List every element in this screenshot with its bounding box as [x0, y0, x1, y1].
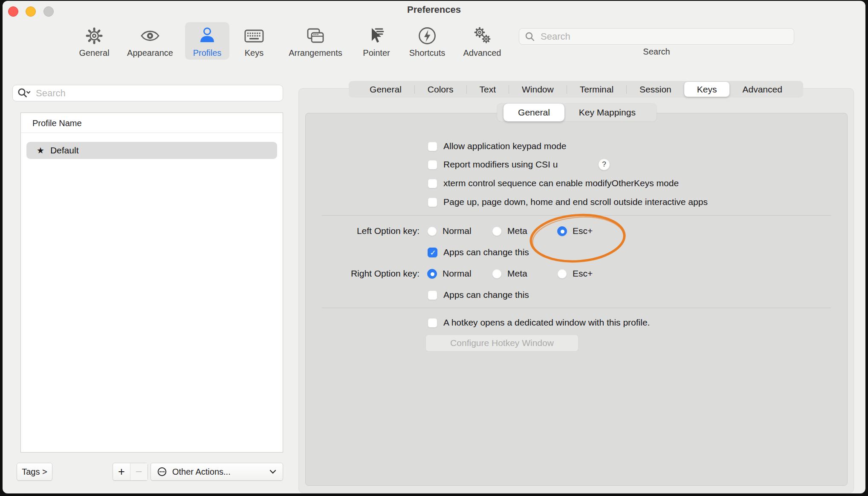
profile-search-field[interactable]	[12, 85, 283, 101]
checkbox-page-scroll[interactable]	[428, 197, 437, 207]
left-option-meta: Meta	[492, 225, 527, 237]
close-button[interactable]	[8, 6, 18, 17]
tab-general[interactable]: General	[357, 82, 414, 97]
label-hotkey: A hotkey opens a dedicated window with t…	[443, 317, 650, 328]
remove-profile-button[interactable]: −	[130, 463, 148, 480]
toolbar-item-general[interactable]: General	[64, 22, 124, 60]
search-scope-icon	[17, 87, 32, 99]
window-title: Preferences	[370, 4, 498, 15]
toolbar-label-appearance: Appearance	[127, 48, 173, 58]
configure-hotkey-window-button[interactable]: Configure Hotkey Window	[425, 335, 579, 352]
toolbar-label-advanced: Advanced	[463, 48, 501, 58]
row-hotkey: A hotkey opens a dedicated window with t…	[428, 316, 650, 329]
toolbar-item-appearance[interactable]: Appearance	[120, 22, 180, 60]
radio-right-normal[interactable]	[427, 269, 437, 279]
add-remove-group: + −	[113, 463, 148, 481]
fullscreen-button[interactable]	[43, 6, 54, 17]
checkbox-csi-u[interactable]	[428, 160, 437, 170]
checkbox-hotkey-window[interactable]	[428, 318, 437, 328]
left-option-esc: Esc+	[557, 225, 593, 237]
row-page-scroll: Page up, page down, home and end scroll …	[428, 196, 708, 208]
tab-terminal[interactable]: Terminal	[567, 82, 626, 97]
toolbar-search-field[interactable]	[519, 28, 794, 45]
subtab-general[interactable]: General	[503, 104, 564, 121]
profile-name: Default	[50, 145, 79, 156]
windows-icon	[305, 25, 326, 46]
toolbar-label-pointer: Pointer	[363, 48, 390, 58]
cursor-icon	[366, 25, 387, 46]
profile-list-column-header: Profile Name	[32, 118, 82, 128]
radio-left-normal[interactable]	[427, 226, 437, 236]
checkbox-right-apps-can-change[interactable]	[428, 290, 437, 300]
toolbar-item-shortcuts[interactable]: Shortcuts	[397, 22, 457, 60]
tab-session[interactable]: Session	[627, 82, 684, 97]
section-divider	[322, 308, 831, 308]
row-modify-other-keys: xterm control sequence can enable modify…	[428, 177, 679, 190]
section-divider	[322, 215, 831, 216]
chevron-down-icon	[269, 469, 277, 475]
plus-icon: +	[118, 465, 125, 479]
toolbar-label-profiles: Profiles	[193, 48, 222, 58]
tab-window[interactable]: Window	[509, 82, 567, 97]
list-header-divider	[21, 133, 283, 133]
minus-icon: −	[136, 465, 142, 479]
other-actions-label: Other Actions...	[172, 467, 231, 477]
toolbar-label-arrangements: Arrangements	[289, 48, 342, 58]
toolbar-item-keys[interactable]: Keys	[224, 22, 284, 60]
row-right-apps-can-change: Apps can change this	[428, 288, 529, 301]
radio-left-esc[interactable]	[557, 226, 567, 236]
right-option-meta: Meta	[492, 267, 527, 280]
row-left-apps-can-change: Apps can change this	[428, 246, 529, 259]
checkbox-modify-other-keys[interactable]	[428, 179, 437, 188]
label-keypad-mode: Allow application keypad mode	[443, 141, 566, 151]
minimize-button[interactable]	[26, 6, 36, 17]
toolbar-item-advanced[interactable]: Advanced	[452, 22, 512, 60]
tags-button-label: Tags >	[22, 467, 47, 477]
checkbox-keypad-mode[interactable]	[428, 141, 437, 151]
screen: Preferences General Appearance	[0, 0, 868, 496]
keys-subtabbar: General Key Mappings	[497, 104, 657, 121]
row-keypad-mode: Allow application keypad mode	[428, 140, 566, 153]
left-option-key-label: Left Option key:	[296, 225, 420, 237]
label-modify-other-keys: xterm control sequence can enable modify…	[443, 178, 679, 188]
radio-left-meta[interactable]	[492, 226, 502, 236]
toolbar-search-caption: Search	[519, 47, 794, 57]
radio-right-meta[interactable]	[492, 269, 502, 279]
keys-general-panel	[305, 113, 848, 486]
label-csi-u: Report modifiers using CSI u	[443, 159, 558, 170]
toolbar-label-keys: Keys	[245, 48, 263, 58]
gear-icon	[84, 25, 105, 46]
profile-row-default[interactable]: ★ Default	[26, 142, 277, 159]
tab-keys[interactable]: Keys	[684, 82, 730, 97]
row-csi-u: Report modifiers using CSI u	[428, 158, 558, 171]
right-option-esc: Esc+	[557, 267, 593, 280]
star-icon: ★	[37, 145, 44, 156]
toolbar-item-arrangements[interactable]: Arrangements	[279, 22, 352, 60]
person-icon	[197, 25, 218, 46]
right-option-normal: Normal	[427, 267, 472, 280]
left-option-normal: Normal	[427, 225, 472, 237]
tags-button[interactable]: Tags >	[17, 463, 52, 481]
profile-search-input[interactable]	[35, 87, 278, 99]
toolbar-search-input[interactable]	[540, 31, 789, 43]
toolbar-item-profiles[interactable]: Profiles	[185, 22, 229, 60]
profile-tabbar: General Colors Text Window Terminal Sess…	[349, 81, 803, 98]
lightning-icon	[417, 25, 438, 46]
tab-advanced[interactable]: Advanced	[729, 82, 795, 97]
profile-list	[20, 112, 283, 453]
toolbar-label-general: General	[79, 48, 109, 58]
keyboard-icon	[243, 25, 265, 46]
circle-ellipsis-icon	[157, 467, 167, 477]
tab-colors[interactable]: Colors	[415, 82, 466, 97]
checkbox-left-apps-can-change[interactable]	[428, 248, 437, 257]
label-page-scroll: Page up, page down, home and end scroll …	[443, 197, 708, 207]
radio-right-esc[interactable]	[557, 269, 567, 279]
search-icon	[524, 31, 535, 42]
other-actions-dropdown[interactable]: Other Actions...	[150, 463, 283, 481]
subtab-key-mappings[interactable]: Key Mappings	[564, 104, 650, 121]
right-option-key-label: Right Option key:	[296, 267, 420, 280]
add-profile-button[interactable]: +	[113, 463, 130, 480]
eye-icon	[139, 25, 161, 46]
tab-text[interactable]: Text	[467, 82, 509, 97]
help-button[interactable]: ?	[598, 159, 610, 170]
